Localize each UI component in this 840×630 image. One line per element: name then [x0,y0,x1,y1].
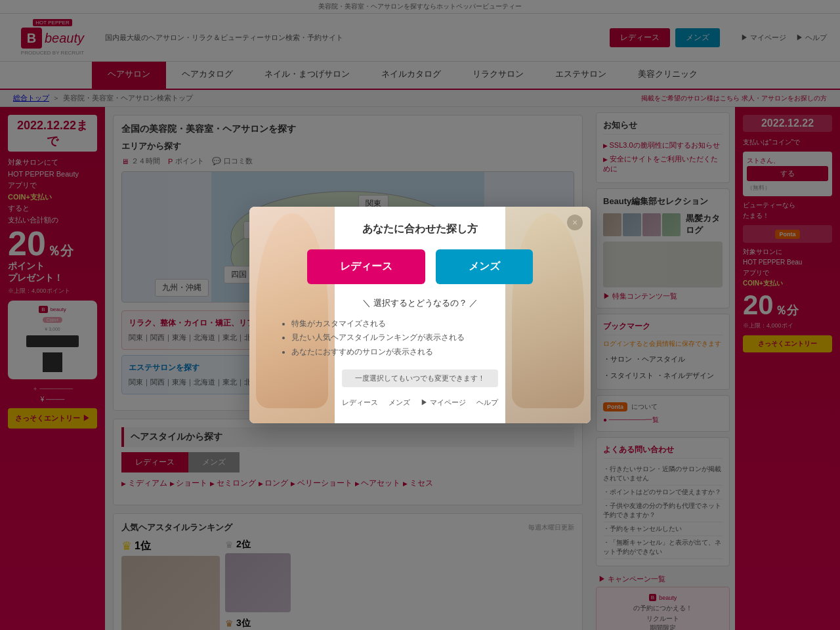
modal-title: あなたに合わせた探し方 [278,222,562,236]
modal-footer-ladies-link[interactable]: レディース [342,398,378,408]
modal-button-row: レディース メンズ [278,249,562,284]
modal-once-text: 一度選択してもいつでも変更できます！ [342,369,498,387]
gender-selection-modal: × あなたに合わせた探し方 レディース メンズ 選択するとどうなるの？ 特集がカ… [249,207,591,424]
modal-footer-mens-link[interactable]: メンズ [388,398,410,408]
modal-explain-title: 選択するとどうなるの？ [278,297,562,309]
modal-mens-button[interactable]: メンズ [436,249,533,284]
modal-explain-item-2: 見たい人気ヘアスタイルランキングが表示される [291,331,562,345]
modal-footer-help-link[interactable]: ヘルプ [476,398,498,408]
modal-explain-item-1: 特集がカスタマイズされる [291,317,562,331]
modal-explain-item-3: あなたにおすすめのサロンが表示される [291,345,562,360]
modal-footer-links: レディース メンズ ▶ マイページ ヘルプ [278,398,562,408]
modal-footer-mypage-link[interactable]: ▶ マイページ [421,398,466,408]
modal-overlay[interactable]: × あなたに合わせた探し方 レディース メンズ 選択するとどうなるの？ 特集がカ… [0,0,840,630]
modal-ladies-button[interactable]: レディース [307,249,425,284]
modal-explain-list: 特集がカスタマイズされる 見たい人気ヘアスタイルランキングが表示される あなたに… [278,317,562,360]
